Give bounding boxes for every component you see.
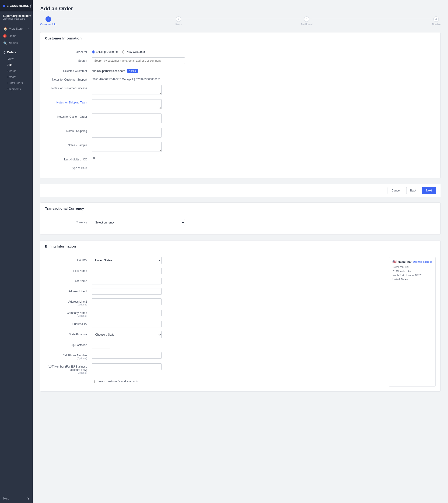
transactional-currency-header: Transactional Currency [40, 203, 440, 214]
address-line2: 73 Otonabee Ave [392, 269, 432, 273]
country-select[interactable]: United States Canada United Kingdom Aust… [92, 257, 162, 264]
notes-success-label: Notes for Customer Success [45, 85, 92, 90]
customer-badge: Normal [127, 69, 138, 73]
back-button[interactable]: Back [406, 187, 420, 194]
last-name-control [92, 278, 162, 285]
sidebar-help[interactable]: Help ❯ [0, 494, 33, 503]
address-line1-label: Address Line 1 [45, 288, 92, 293]
zip-label: Zip/Postcode [45, 342, 92, 347]
company-name-optional: (Optional) [45, 315, 87, 317]
existing-customer-label: Existing Customer [96, 50, 119, 53]
first-name-input[interactable] [92, 268, 162, 274]
existing-customer-option[interactable]: Existing Customer [92, 50, 119, 53]
notes-sample-input[interactable] [92, 142, 162, 152]
cell-phone-input[interactable] [92, 352, 162, 359]
state-label: State/Province [45, 331, 92, 336]
sidebar-item-orders-search[interactable]: Search [0, 68, 33, 74]
existing-customer-radio[interactable] [92, 50, 95, 53]
vat-control [92, 363, 162, 370]
sidebar-item-draft-orders[interactable]: Draft Orders [0, 80, 33, 86]
zip-input[interactable] [92, 342, 110, 348]
notes-shipping-team-row: Notes for Shipping Team [45, 99, 436, 110]
sidebar-item-orders-add[interactable]: Add [0, 62, 33, 68]
notes-support-label: Notes for Customer Support [45, 76, 92, 81]
last4cc-label: Last 4 digits of CC [45, 156, 92, 161]
notes-custom-order-input[interactable] [92, 114, 162, 123]
selected-customer-row: Selected Customer nha@superhairpieces.co… [45, 68, 436, 73]
company-name-input[interactable] [92, 310, 162, 316]
sidebar-collapse-button[interactable]: ❮ [29, 4, 32, 8]
step-label-2: Items [176, 23, 182, 26]
new-customer-radio[interactable] [122, 50, 125, 53]
billing-information-section: Billing Information Country United State… [40, 240, 441, 392]
last-name-row: Last Name [45, 278, 380, 285]
next-button[interactable]: Next [422, 187, 436, 194]
first-name-row: First Name [45, 268, 380, 274]
last4cc-row: Last 4 digits of CC 8001 [45, 156, 436, 161]
cancel-button[interactable]: Cancel [387, 187, 404, 194]
vat-label: VAT Number (For EU Business account only… [45, 363, 92, 374]
notes-shipping-control [92, 128, 162, 138]
company-name-control [92, 310, 162, 316]
saved-address-card: 🇺🇸 Nana Phan Use this address New Front … [389, 257, 436, 387]
save-address-control: Save to customer's address book [92, 380, 138, 383]
last-name-input[interactable] [92, 278, 162, 285]
save-address-checkbox[interactable] [92, 380, 95, 383]
sidebar-item-home[interactable]: 1 Home [0, 33, 33, 39]
state-select[interactable]: Choose a State Alabama Alaska Arizona Ca… [92, 331, 162, 338]
sidebar-item-view-store[interactable]: 🏠 View Store ↗ [0, 25, 33, 33]
sidebar-item-orders-export[interactable]: Export [0, 74, 33, 80]
notes-shipping-team-input[interactable] [92, 99, 162, 109]
currency-row: Currency Select currency USD - US Dollar… [45, 219, 436, 226]
sidebar: ■ BIGCOMMERCE ❮ Superhairpieces.com Ente… [0, 0, 33, 503]
billing-info-header: Billing Information [40, 240, 440, 252]
address-line2-input[interactable] [92, 299, 162, 305]
notes-success-control [92, 85, 162, 96]
sidebar-item-shipments[interactable]: Shipments [0, 86, 33, 92]
search-label: Search [45, 57, 92, 62]
address-card-person-name: Nana Phan [398, 260, 412, 263]
save-address-row: Save to customer's address book [45, 378, 380, 383]
notes-support-control: [2021-10-06T17:49:54Z George Li] 4263983… [92, 76, 162, 81]
notes-shipping-row: Notes - Shipping [45, 128, 436, 138]
cell-phone-optional: (Optional) [45, 357, 87, 360]
address-line2-optional: (Optional) [45, 303, 87, 306]
transactional-currency-body: Currency Select currency USD - US Dollar… [40, 214, 440, 235]
notes-custom-order-control [92, 114, 162, 124]
logo-icon: ■ [3, 3, 5, 8]
notes-support-row: Notes for Customer Support [2021-10-06T1… [45, 76, 436, 81]
save-address-spacer [45, 378, 92, 380]
orders-section: ❮ Orders View Add Search Export Draft Or… [0, 47, 33, 94]
address-line2-row: Address Line 2 (Optional) [45, 299, 380, 306]
main-content: Add an Order 1 Customer Info 2 Items 3 F… [33, 0, 448, 503]
step-circle-4: 4 [433, 16, 439, 22]
country-row: Country United States Canada United King… [45, 257, 380, 264]
sidebar-label-view-store: View Store [9, 27, 23, 30]
use-address-button[interactable]: Use this address [413, 260, 432, 263]
address-line1: New Front Tier [392, 265, 432, 269]
vat-optional: (Optional) [45, 371, 87, 374]
notes-success-input[interactable] [92, 85, 162, 95]
country-label: Country [45, 257, 92, 262]
suburb-city-input[interactable] [92, 321, 162, 327]
search-row: Search [45, 57, 436, 64]
notes-support-value: [2021-10-06T17:49:54Z George Li] 4263983… [92, 76, 162, 81]
search-input[interactable] [92, 57, 185, 64]
cell-phone-label: Cell Phone Number (Optional) [45, 352, 92, 360]
vat-input[interactable] [92, 363, 162, 370]
orders-section-header[interactable]: ❮ Orders [0, 49, 33, 56]
step-circle-3: 3 [304, 16, 309, 22]
suburb-city-label: Suburb/City [45, 321, 92, 326]
notes-sample-control [92, 142, 162, 152]
sidebar-item-search[interactable]: 🔍 Search [0, 39, 33, 47]
save-address-label: Save to customer's address book [96, 380, 138, 383]
step-fulfillment: 3 Fulfillment [301, 16, 312, 26]
sidebar-item-orders-view[interactable]: View [0, 56, 33, 62]
currency-select[interactable]: Select currency USD - US Dollar EUR - Eu… [92, 219, 185, 226]
new-customer-option[interactable]: New Customer [122, 50, 145, 53]
notes-success-row: Notes for Customer Success [45, 85, 436, 96]
flag-icon: 🇺🇸 [392, 260, 397, 264]
address-line1-input[interactable] [92, 288, 162, 295]
notes-shipping-input[interactable] [92, 128, 162, 137]
address-card-name: 🇺🇸 Nana Phan [392, 260, 412, 264]
